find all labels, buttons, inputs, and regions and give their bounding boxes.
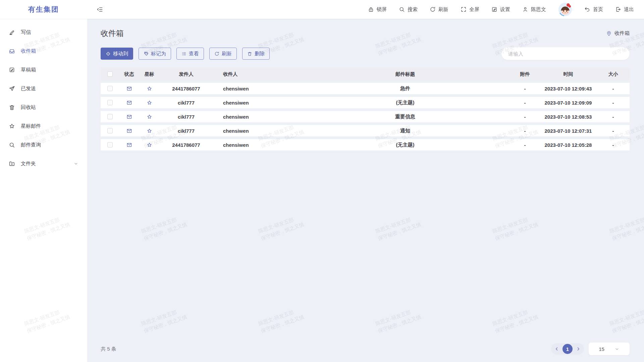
sidebar-item-label: 文件夹 <box>21 161 36 167</box>
column-header-star: 星标 <box>139 71 159 77</box>
row-checkbox[interactable] <box>107 86 113 91</box>
chevron-left-icon <box>554 346 559 352</box>
toolbar: 移动到 标记为 查看 刷新 删除 <box>101 47 630 60</box>
row-checkbox[interactable] <box>107 128 113 133</box>
sidebar-item-label: 回收站 <box>21 104 36 111</box>
sidebar-item-label: 收件箱 <box>21 48 36 54</box>
home-button[interactable]: 首页 <box>584 6 603 13</box>
subject-cell[interactable]: (无主题) <box>300 100 510 106</box>
logout-button[interactable]: 退出 <box>615 6 634 13</box>
star-toggle-icon[interactable] <box>147 128 152 134</box>
breadcrumb: 收件箱 <box>606 30 630 37</box>
sidebar-item-drafts[interactable]: 草稿箱 <box>0 60 87 79</box>
star-toggle-icon[interactable] <box>147 114 152 120</box>
top-header: 有生集团 锁屏 搜索 刷新 全屏 <box>0 0 644 19</box>
time-cell: 2023-07-10 12:08:53 <box>540 114 597 120</box>
attachment-cell: - <box>510 86 540 92</box>
table-row[interactable]: 2441786077 chensiwen 急件 - 2023-07-10 12:… <box>101 83 630 94</box>
table-row[interactable]: cikl777 chensiwen (无主题) - 2023-07-10 12:… <box>101 97 630 108</box>
column-header-time: 时间 <box>540 71 597 77</box>
current-user-label: 陈思文 <box>531 6 546 13</box>
sidebar-item-mail-search[interactable]: 邮件查询 <box>0 135 87 154</box>
recipient-cell: chensiwen <box>213 128 300 134</box>
star-toggle-icon[interactable] <box>147 100 152 106</box>
attachment-cell: - <box>510 128 540 134</box>
unread-mail-icon[interactable] <box>126 86 132 92</box>
list-icon <box>181 51 186 56</box>
fullscreen-label: 全屏 <box>469 6 479 13</box>
unread-mail-icon[interactable] <box>126 100 132 106</box>
lock-screen-button[interactable]: 锁屏 <box>368 6 387 13</box>
pager-pill: 1 <box>551 343 584 355</box>
star-toggle-icon[interactable] <box>147 142 152 148</box>
app-logo: 有生集团 <box>0 5 87 14</box>
sender-cell: 2441786077 <box>159 86 213 92</box>
table-row[interactable]: cikl777 chensiwen 重要信息 - 2023-07-10 12:0… <box>101 111 630 122</box>
settings-button[interactable]: 设置 <box>491 6 510 13</box>
table-row[interactable]: cikl777 chensiwen 通知 - 2023-07-10 12:07:… <box>101 125 630 136</box>
folder-plus-icon <box>9 161 15 167</box>
current-user-button[interactable]: 陈思文 <box>522 6 546 13</box>
page-size-select[interactable]: 15 <box>589 343 630 355</box>
mark-as-button[interactable]: 标记为 <box>139 48 171 60</box>
sidebar-item-trash[interactable]: 回收站 <box>0 98 87 117</box>
prev-page-button[interactable] <box>554 346 559 352</box>
subject-cell[interactable]: 通知 <box>300 128 510 134</box>
refresh-list-button[interactable]: 刷新 <box>209 48 237 60</box>
select-all-checkbox[interactable] <box>107 71 113 77</box>
table-row[interactable]: 2441786077 chensiwen (无主题) - 2023-07-10 … <box>101 139 630 150</box>
current-page-button[interactable]: 1 <box>562 344 573 354</box>
sidebar-item-inbox[interactable]: 收件箱 <box>0 42 87 60</box>
size-cell: - <box>597 142 630 148</box>
sidebar-item-sent[interactable]: 已发送 <box>0 79 87 98</box>
move-to-button[interactable]: 移动到 <box>101 48 133 60</box>
sidebar-item-starred[interactable]: 星标邮件 <box>0 117 87 135</box>
delete-icon <box>247 51 252 56</box>
search-input[interactable] <box>501 47 630 60</box>
chevron-down-icon <box>614 347 620 352</box>
drafts-icon <box>9 67 15 73</box>
view-button[interactable]: 查看 <box>176 48 204 60</box>
sidebar-item-label: 草稿箱 <box>21 67 36 73</box>
sidebar-collapse-button[interactable] <box>97 6 103 13</box>
lock-icon <box>368 6 374 12</box>
compose-icon <box>9 29 15 36</box>
sidebar: 写信 收件箱 草稿箱 已发送 回收站 星标邮件 邮件查询 <box>0 19 87 362</box>
move-icon <box>106 51 111 56</box>
recipient-cell: chensiwen <box>213 142 300 148</box>
page-refresh-button[interactable]: 刷新 <box>430 6 448 13</box>
row-checkbox[interactable] <box>107 114 113 119</box>
sent-icon <box>9 85 15 92</box>
size-cell: - <box>597 100 630 106</box>
delete-label: 删除 <box>255 51 265 57</box>
settings-label: 设置 <box>500 6 510 13</box>
subject-cell[interactable]: (无主题) <box>300 142 510 148</box>
sidebar-item-label: 写信 <box>21 29 31 36</box>
next-page-button[interactable] <box>576 346 581 352</box>
lock-screen-label: 锁屏 <box>377 6 387 13</box>
sidebar-item-folders[interactable]: 文件夹 <box>0 154 87 173</box>
unread-mail-icon[interactable] <box>126 128 132 134</box>
star-toggle-icon[interactable] <box>147 86 152 92</box>
location-pin-icon <box>606 31 612 36</box>
fullscreen-button[interactable]: 全屏 <box>461 6 479 13</box>
row-checkbox[interactable] <box>107 100 113 105</box>
sender-cell: cikl777 <box>159 100 213 106</box>
sender-cell: cikl777 <box>159 128 213 134</box>
row-checkbox[interactable] <box>107 142 113 147</box>
column-header-subject: 邮件标题 <box>300 71 510 77</box>
global-search-button[interactable]: 搜索 <box>399 6 418 13</box>
time-cell: 2023-07-10 12:05:28 <box>540 142 597 148</box>
fullscreen-icon <box>461 6 467 12</box>
tag-icon <box>144 51 149 56</box>
move-to-label: 移动到 <box>113 51 128 57</box>
sidebar-item-compose[interactable]: 写信 <box>0 23 87 42</box>
unread-mail-icon[interactable] <box>126 114 132 120</box>
column-header-recipient: 收件人 <box>213 71 300 77</box>
subject-cell[interactable]: 急件 <box>300 85 510 92</box>
subject-cell[interactable]: 重要信息 <box>300 114 510 120</box>
unread-mail-icon[interactable] <box>126 142 132 148</box>
user-avatar[interactable] <box>558 2 572 16</box>
attachment-cell: - <box>510 100 540 106</box>
delete-button[interactable]: 删除 <box>242 48 270 60</box>
